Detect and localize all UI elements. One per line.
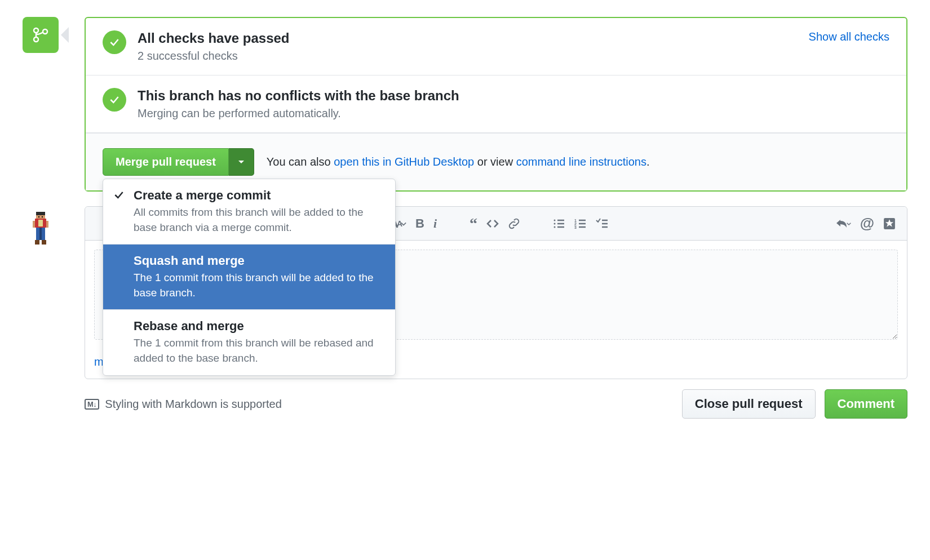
check-circle-icon (103, 30, 126, 54)
quote-icon[interactable]: “ (470, 221, 477, 226)
reply-icon[interactable] (835, 217, 851, 230)
svg-rect-10 (46, 221, 48, 228)
checks-status-section: All checks have passed 2 successful chec… (86, 18, 906, 75)
checks-subtext: 2 successful checks (138, 50, 289, 63)
dropdown-item-squash[interactable]: Squash and merge The 1 commit from this … (103, 245, 395, 310)
git-merge-icon-badge (23, 17, 59, 53)
svg-rect-12 (39, 228, 42, 240)
bold-icon[interactable]: B (415, 216, 424, 231)
merge-method-dropdown: Create a merge commit All commits from t… (103, 179, 396, 376)
svg-point-17 (554, 226, 556, 228)
comment-footer: M↓ Styling with Markdown is supported Cl… (85, 389, 907, 419)
svg-rect-8 (38, 220, 43, 226)
svg-rect-6 (42, 216, 43, 217)
dropdown-item-title: Rebase and merge (134, 319, 384, 334)
comment-toolbar: AA B i “ 123 (389, 215, 896, 232)
dropdown-item-title: Create a merge commit (134, 188, 384, 203)
markdown-support-note[interactable]: M↓ Styling with Markdown is supported (85, 398, 282, 411)
svg-point-0 (34, 28, 38, 33)
merge-dropdown-caret-button[interactable] (229, 148, 254, 176)
merge-pull-request-button[interactable]: Merge pull request (103, 148, 229, 176)
caret-down-icon (238, 160, 245, 165)
conflicts-heading: This branch has no conflicts with the ba… (138, 88, 459, 104)
close-pull-request-button[interactable]: Close pull request (682, 389, 816, 419)
link-icon[interactable] (508, 217, 520, 230)
checkmark-icon (113, 189, 125, 201)
git-merge-icon (32, 26, 50, 44)
check-circle-icon (103, 88, 126, 112)
svg-rect-13 (35, 240, 39, 245)
markdown-support-label: Styling with Markdown is supported (105, 398, 281, 411)
merge-side-text: You can also open this in GitHub Desktop… (267, 155, 650, 168)
svg-point-16 (554, 223, 556, 224)
svg-point-2 (43, 29, 47, 34)
dropdown-item-rebase[interactable]: Rebase and merge The 1 commit from this … (103, 310, 395, 375)
merge-actions-row: Merge pull request You can also open thi… (86, 133, 906, 190)
markdown-icon: M↓ (85, 399, 99, 410)
svg-rect-4 (36, 215, 45, 219)
italic-icon[interactable]: i (433, 216, 437, 231)
svg-rect-9 (33, 221, 35, 228)
numbered-list-icon[interactable]: 123 (574, 217, 587, 230)
dropdown-item-title: Squash and merge (134, 254, 384, 268)
command-line-instructions-link[interactable]: command line instructions (516, 155, 646, 168)
task-list-icon[interactable] (596, 217, 608, 230)
bookmark-icon[interactable] (883, 217, 896, 230)
svg-text:3: 3 (574, 225, 577, 229)
conflicts-subtext: Merging can be performed automatically. (138, 107, 459, 120)
avatar (33, 212, 48, 247)
dropdown-item-merge-commit[interactable]: Create a merge commit All commits from t… (103, 179, 395, 245)
show-all-checks-link[interactable]: Show all checks (809, 30, 889, 43)
bullet-list-icon[interactable] (553, 217, 565, 230)
comment-button[interactable]: Comment (825, 389, 907, 419)
conflicts-status-section: This branch has no conflicts with the ba… (86, 75, 906, 133)
open-in-desktop-link[interactable]: open this in GitHub Desktop (334, 155, 474, 168)
dropdown-item-desc: The 1 commit from this branch will be ad… (134, 270, 384, 300)
svg-rect-5 (38, 216, 39, 217)
svg-point-15 (554, 219, 556, 221)
dropdown-item-desc: The 1 commit from this branch will be re… (134, 336, 384, 366)
svg-rect-14 (42, 240, 46, 245)
svg-point-1 (34, 37, 38, 42)
merge-status-panel: All checks have passed 2 successful chec… (85, 17, 907, 192)
checks-heading: All checks have passed (138, 30, 289, 46)
code-icon[interactable] (486, 217, 499, 230)
mention-icon[interactable]: @ (860, 215, 874, 232)
dropdown-item-desc: All commits from this branch will be add… (134, 205, 384, 235)
